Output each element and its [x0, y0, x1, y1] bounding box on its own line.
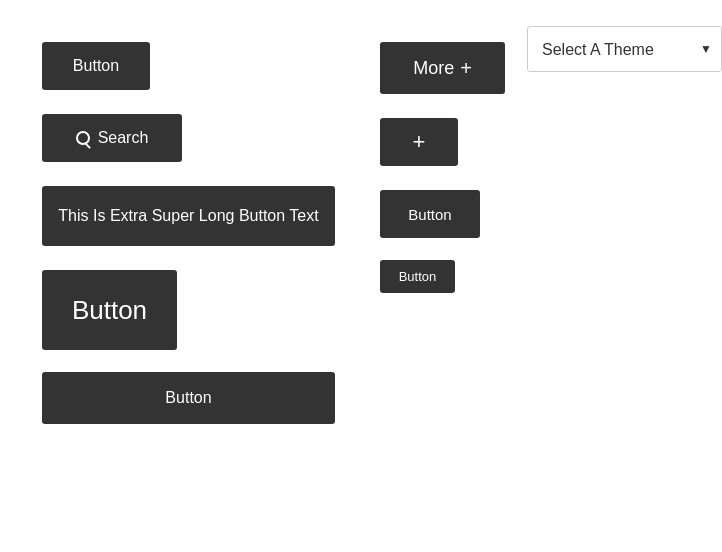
plus-only-button[interactable]: +	[380, 118, 458, 166]
search-icon	[76, 131, 90, 145]
big-button[interactable]: Button	[42, 270, 177, 350]
button-small[interactable]: Button	[42, 42, 150, 90]
search-button-label: Search	[98, 129, 149, 147]
theme-selector-container: Select A ThemeLightDarkCustom	[527, 26, 722, 72]
right-column: More + + Button Button	[360, 20, 560, 424]
left-column: Button Search This Is Extra Super Long B…	[0, 20, 360, 424]
more-button[interactable]: More +	[380, 42, 505, 94]
long-text-button[interactable]: This Is Extra Super Long Button Text	[42, 186, 335, 246]
theme-select-wrapper: Select A ThemeLightDarkCustom	[527, 26, 722, 72]
right-medium-button[interactable]: Button	[380, 190, 480, 238]
wide-button[interactable]: Button	[42, 372, 335, 424]
plus-icon: +	[460, 57, 472, 80]
right-small-button[interactable]: Button	[380, 260, 455, 293]
more-button-label: More	[413, 58, 454, 79]
theme-select[interactable]: Select A ThemeLightDarkCustom	[527, 26, 722, 72]
search-button[interactable]: Search	[42, 114, 182, 162]
